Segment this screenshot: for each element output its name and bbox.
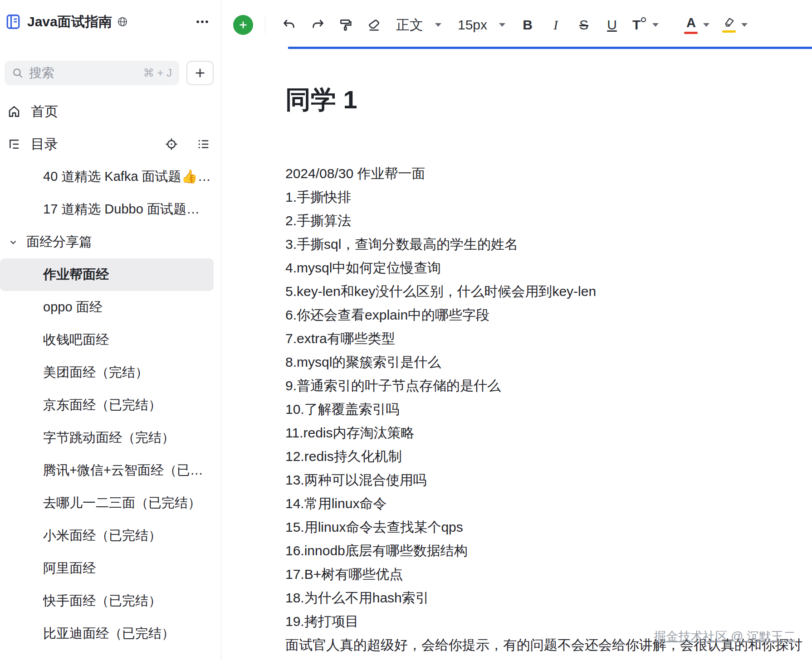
- document-body: 2024/08/30 作业帮一面1.手撕快排2.手撕算法3.手撕sql，查询分数…: [285, 162, 798, 657]
- paragraph[interactable]: 4.mysql中如何定位慢查询: [285, 256, 798, 280]
- tree-doc-item[interactable]: 腾讯+微信+云智面经（已…: [0, 454, 221, 487]
- redo-icon: [310, 18, 325, 32]
- outline-icon[interactable]: [196, 137, 210, 151]
- highlight-color-swatch: [722, 30, 736, 33]
- more-text-style-icon: T: [632, 17, 641, 33]
- undo-icon: [282, 18, 297, 32]
- nav-toc-label: 目录: [31, 135, 58, 154]
- paragraph[interactable]: 16.innodb底层有哪些数据结构: [285, 539, 798, 563]
- toc-actions: [165, 137, 210, 151]
- paragraph[interactable]: 18.为什么不用hash索引: [285, 586, 798, 610]
- underline-button[interactable]: U: [598, 11, 626, 39]
- paragraph[interactable]: 11.redis内存淘汰策略: [285, 421, 798, 445]
- redo-button[interactable]: [303, 11, 332, 39]
- globe-icon: [117, 16, 128, 28]
- main-area: 正文 15px B I S U T A: [221, 0, 812, 660]
- tree-doc-label: 字节跳动面经（完结）: [43, 429, 175, 447]
- toc-tree-icon: [7, 137, 21, 151]
- tree-doc-item[interactable]: 小米面经（已完结）: [0, 519, 221, 552]
- paragraph[interactable]: 5.key-len和key没什么区别，什么时候会用到key-len: [285, 280, 798, 303]
- font-color-dropdown[interactable]: A: [678, 11, 716, 39]
- chevron-down-icon: [703, 23, 709, 27]
- tree-doc-label: 快手面经（已完结）: [43, 592, 161, 610]
- tree-doc-label: 作业帮面经: [43, 266, 109, 284]
- tree-doc-item[interactable]: 京东面经（已完结）: [0, 389, 221, 422]
- tree-doc-label: 17 道精选 Dubbo 面试题👍…: [43, 200, 213, 218]
- sidebar-nav: 首页 目录: [0, 95, 221, 160]
- italic-button[interactable]: I: [542, 11, 570, 39]
- search-input[interactable]: 搜索 ⌘ + J: [5, 61, 179, 85]
- search-icon: [12, 67, 24, 79]
- locate-current-icon[interactable]: [165, 137, 178, 151]
- document-canvas[interactable]: 同学 1 2024/08/30 作业帮一面1.手撕快排2.手撕算法3.手撕sql…: [221, 50, 812, 660]
- nav-home-label: 首页: [31, 102, 58, 121]
- tree-doc-label: 收钱吧面经: [43, 331, 109, 349]
- paragraph[interactable]: 15.用linux命令去查找某个qps: [285, 515, 798, 539]
- tree-doc-item[interactable]: 作业帮面经: [0, 258, 214, 291]
- more-text-style-dropdown[interactable]: T: [626, 11, 665, 39]
- tree-top-docs: 40 道精选 Kafka 面试题👍… 17 道精选 Dubbo 面试题👍…: [0, 160, 221, 226]
- nav-item-home[interactable]: 首页: [0, 95, 221, 128]
- clear-format-button[interactable]: [360, 11, 388, 39]
- tree-doc-item[interactable]: 收钱吧面经: [0, 324, 221, 356]
- highlighter-icon: [722, 17, 736, 33]
- notebook-logo-icon: [5, 13, 22, 30]
- sidebar: Java面试指南 搜索 ⌘ + J: [0, 0, 221, 660]
- tree-doc-label: 小米面经（已完结）: [43, 527, 161, 545]
- collab-selection-line: [288, 47, 812, 49]
- paragraph[interactable]: 13.两种可以混合使用吗: [285, 468, 798, 492]
- chevron-down-icon: [741, 23, 748, 27]
- tree-section-label: 面经分享篇: [26, 233, 92, 251]
- chevron-down-icon[interactable]: [7, 236, 19, 248]
- new-doc-button[interactable]: [186, 61, 214, 85]
- paragraph[interactable]: 14.常用linux命令: [285, 492, 798, 515]
- tree-doc-item[interactable]: 阿里面经: [0, 552, 221, 585]
- paragraph-style-dropdown[interactable]: 正文: [388, 11, 450, 39]
- format-painter-button[interactable]: [332, 11, 360, 39]
- paragraph[interactable]: 9.普通索引的叶子节点存储的是什么: [285, 374, 798, 398]
- more-options-icon[interactable]: [192, 11, 213, 32]
- paragraph[interactable]: 10.了解覆盖索引吗: [285, 398, 798, 421]
- paragraph[interactable]: 12.redis持久化机制: [285, 445, 798, 468]
- insert-plus-button[interactable]: [233, 15, 253, 35]
- paragraph[interactable]: 8.mysql的聚簇索引是什么: [285, 350, 798, 374]
- font-size-dropdown[interactable]: 15px: [450, 11, 514, 39]
- document-title[interactable]: 同学 1: [285, 84, 798, 115]
- tree-doc-item[interactable]: 比亚迪面经（已完结）: [0, 617, 221, 650]
- home-icon: [7, 105, 21, 118]
- paragraph[interactable]: 2024/08/30 作业帮一面: [285, 162, 798, 185]
- bold-button[interactable]: B: [514, 11, 542, 39]
- tree-doc-label: 去哪儿一二三面（已完结）: [43, 494, 201, 512]
- watermark-text: 掘金技术社区 @ 沉默王二: [654, 628, 796, 645]
- tree-doc-item[interactable]: 快手面经（已完结）: [0, 585, 221, 617]
- paragraph[interactable]: 17.B+树有哪些优点: [285, 563, 798, 586]
- editor-toolbar: 正文 15px B I S U T A: [221, 0, 812, 50]
- tree-children: 作业帮面经 oppo 面经 收钱吧面经 美团面经（完结） 京东面经（已完结） 字…: [0, 258, 221, 650]
- tree-doc-item[interactable]: 17 道精选 Dubbo 面试题👍…: [0, 193, 221, 226]
- paragraph[interactable]: 7.extra有哪些类型: [285, 327, 798, 350]
- toolbar-divider: [265, 16, 265, 34]
- tree-doc-item[interactable]: 40 道精选 Kafka 面试题👍…: [0, 160, 221, 193]
- tree-doc-item[interactable]: 字节跳动面经（完结）: [0, 422, 221, 454]
- tree-doc-item[interactable]: 美团面经（完结）: [0, 356, 221, 389]
- strikethrough-button[interactable]: S: [570, 11, 598, 39]
- tree-doc-label: 40 道精选 Kafka 面试题👍…: [43, 168, 211, 186]
- paragraph[interactable]: 2.手撕算法: [285, 209, 798, 233]
- tree-doc-item[interactable]: 去哪儿一二三面（已完结）: [0, 487, 221, 519]
- tree-doc-item[interactable]: oppo 面经: [0, 291, 221, 324]
- tree-section-mianjing[interactable]: 面经分享篇: [0, 226, 221, 258]
- plus-icon: [194, 67, 206, 79]
- paragraph[interactable]: 6.你还会查看explain中的哪些字段: [285, 303, 798, 327]
- plus-icon: [238, 19, 249, 30]
- chevron-down-icon: [652, 23, 659, 27]
- eraser-icon: [367, 18, 381, 32]
- nav-item-toc[interactable]: 目录: [0, 128, 221, 160]
- paragraph[interactable]: 1.手撕快排: [285, 185, 798, 209]
- sidebar-header: Java面试指南: [0, 9, 221, 34]
- highlight-color-dropdown[interactable]: [716, 11, 754, 39]
- search-row: 搜索 ⌘ + J: [5, 61, 214, 85]
- paragraph[interactable]: 3.手撕sql，查询分数最高的学生的姓名: [285, 233, 798, 256]
- chevron-down-icon: [499, 23, 505, 27]
- undo-button[interactable]: [275, 11, 303, 39]
- font-color-swatch: [684, 32, 698, 34]
